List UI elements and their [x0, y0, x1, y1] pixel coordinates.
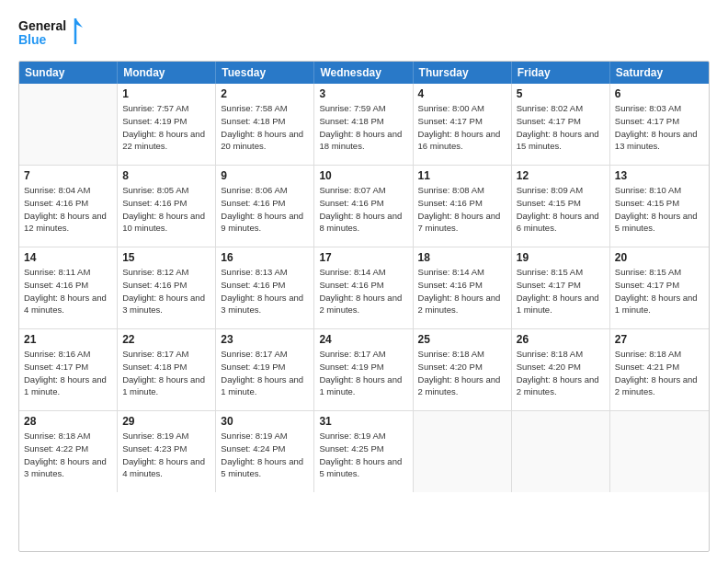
cell-info: Sunrise: 8:17 AMSunset: 4:18 PMDaylight:…	[122, 348, 210, 398]
calendar-cell: 11Sunrise: 8:08 AMSunset: 4:16 PMDayligh…	[414, 166, 512, 247]
cell-info: Sunrise: 7:58 AMSunset: 4:18 PMDaylight:…	[221, 102, 309, 153]
day-number: 10	[319, 169, 407, 182]
calendar-cell: 16Sunrise: 8:13 AMSunset: 4:16 PMDayligh…	[216, 247, 314, 328]
weekday-header: Wednesday	[314, 62, 413, 84]
calendar-cell: 20Sunrise: 8:15 AMSunset: 4:17 PMDayligh…	[610, 247, 709, 328]
day-number: 26	[517, 333, 605, 346]
day-number: 23	[221, 333, 309, 346]
svg-text:Blue: Blue	[18, 32, 47, 47]
cell-info: Sunrise: 8:13 AMSunset: 4:16 PMDaylight:…	[221, 266, 309, 316]
calendar-cell: 25Sunrise: 8:18 AMSunset: 4:20 PMDayligh…	[414, 329, 512, 410]
cell-info: Sunrise: 8:17 AMSunset: 4:19 PMDaylight:…	[319, 348, 407, 398]
cell-info: Sunrise: 8:14 AMSunset: 4:16 PMDaylight:…	[418, 266, 506, 316]
calendar-header: SundayMondayTuesdayWednesdayThursdayFrid…	[19, 62, 709, 84]
cell-info: Sunrise: 8:14 AMSunset: 4:16 PMDaylight:…	[319, 266, 407, 316]
logo-svg: General Blue	[18, 17, 83, 52]
cell-info: Sunrise: 8:03 AMSunset: 4:17 PMDaylight:…	[615, 102, 704, 153]
day-number: 21	[24, 333, 112, 346]
day-number: 19	[517, 251, 605, 264]
weekday-header: Tuesday	[216, 62, 314, 84]
day-number: 20	[615, 251, 704, 264]
day-number: 9	[221, 169, 309, 182]
calendar-row: 14Sunrise: 8:11 AMSunset: 4:16 PMDayligh…	[19, 247, 709, 329]
cell-info: Sunrise: 8:00 AMSunset: 4:17 PMDaylight:…	[418, 102, 506, 153]
calendar-cell: 1Sunrise: 7:57 AMSunset: 4:19 PMDaylight…	[118, 84, 216, 165]
calendar-cell: 29Sunrise: 8:19 AMSunset: 4:23 PMDayligh…	[118, 411, 216, 492]
calendar-cell: 28Sunrise: 8:18 AMSunset: 4:22 PMDayligh…	[19, 411, 118, 492]
day-number: 15	[122, 251, 210, 264]
calendar-cell: 13Sunrise: 8:10 AMSunset: 4:15 PMDayligh…	[610, 166, 709, 247]
svg-text:General: General	[18, 18, 66, 33]
cell-info: Sunrise: 8:09 AMSunset: 4:15 PMDaylight:…	[517, 184, 605, 235]
day-number: 4	[418, 87, 506, 100]
day-number: 11	[418, 169, 506, 182]
calendar-cell: 19Sunrise: 8:15 AMSunset: 4:17 PMDayligh…	[512, 247, 610, 328]
day-number: 6	[615, 87, 704, 100]
cell-info: Sunrise: 8:19 AMSunset: 4:24 PMDaylight:…	[221, 430, 309, 480]
calendar-cell: 17Sunrise: 8:14 AMSunset: 4:16 PMDayligh…	[314, 247, 413, 328]
calendar-cell: 22Sunrise: 8:17 AMSunset: 4:18 PMDayligh…	[118, 329, 216, 410]
cell-info: Sunrise: 8:16 AMSunset: 4:17 PMDaylight:…	[24, 348, 112, 398]
calendar-row: 1Sunrise: 7:57 AMSunset: 4:19 PMDaylight…	[19, 84, 709, 166]
cell-info: Sunrise: 8:10 AMSunset: 4:15 PMDaylight:…	[615, 184, 704, 235]
cell-info: Sunrise: 8:18 AMSunset: 4:22 PMDaylight:…	[24, 430, 112, 480]
calendar-cell	[512, 411, 610, 492]
calendar-row: 21Sunrise: 8:16 AMSunset: 4:17 PMDayligh…	[19, 329, 709, 411]
cell-info: Sunrise: 8:19 AMSunset: 4:25 PMDaylight:…	[319, 430, 407, 480]
calendar-cell: 24Sunrise: 8:17 AMSunset: 4:19 PMDayligh…	[314, 329, 413, 410]
cell-info: Sunrise: 8:19 AMSunset: 4:23 PMDaylight:…	[122, 430, 210, 480]
calendar-cell: 7Sunrise: 8:04 AMSunset: 4:16 PMDaylight…	[19, 166, 118, 247]
calendar-cell: 9Sunrise: 8:06 AMSunset: 4:16 PMDaylight…	[216, 166, 314, 247]
calendar-cell: 10Sunrise: 8:07 AMSunset: 4:16 PMDayligh…	[314, 166, 413, 247]
weekday-header: Sunday	[19, 62, 118, 84]
logo: General Blue	[18, 17, 83, 52]
day-number: 7	[24, 169, 112, 182]
cell-info: Sunrise: 8:18 AMSunset: 4:21 PMDaylight:…	[615, 348, 704, 398]
day-number: 22	[122, 333, 210, 346]
day-number: 16	[221, 251, 309, 264]
cell-info: Sunrise: 8:08 AMSunset: 4:16 PMDaylight:…	[418, 184, 506, 235]
cell-info: Sunrise: 8:02 AMSunset: 4:17 PMDaylight:…	[517, 102, 605, 153]
day-number: 27	[615, 333, 704, 346]
cell-info: Sunrise: 8:18 AMSunset: 4:20 PMDaylight:…	[418, 348, 506, 398]
day-number: 2	[221, 87, 309, 100]
calendar-cell	[414, 411, 512, 492]
day-number: 28	[24, 415, 112, 428]
calendar-cell: 12Sunrise: 8:09 AMSunset: 4:15 PMDayligh…	[512, 166, 610, 247]
calendar-cell	[610, 411, 709, 492]
calendar-cell: 5Sunrise: 8:02 AMSunset: 4:17 PMDaylight…	[512, 84, 610, 165]
day-number: 12	[517, 169, 605, 182]
calendar: SundayMondayTuesdayWednesdayThursdayFrid…	[18, 61, 710, 552]
calendar-cell: 21Sunrise: 8:16 AMSunset: 4:17 PMDayligh…	[19, 329, 118, 410]
header: General Blue	[18, 17, 710, 52]
day-number: 29	[122, 415, 210, 428]
calendar-cell: 18Sunrise: 8:14 AMSunset: 4:16 PMDayligh…	[414, 247, 512, 328]
calendar-cell: 30Sunrise: 8:19 AMSunset: 4:24 PMDayligh…	[216, 411, 314, 492]
weekday-header: Friday	[512, 62, 610, 84]
cell-info: Sunrise: 8:17 AMSunset: 4:19 PMDaylight:…	[221, 348, 309, 398]
cell-info: Sunrise: 8:11 AMSunset: 4:16 PMDaylight:…	[24, 266, 112, 316]
day-number: 24	[319, 333, 407, 346]
cell-info: Sunrise: 8:07 AMSunset: 4:16 PMDaylight:…	[319, 184, 407, 235]
calendar-cell: 23Sunrise: 8:17 AMSunset: 4:19 PMDayligh…	[216, 329, 314, 410]
calendar-body: 1Sunrise: 7:57 AMSunset: 4:19 PMDaylight…	[19, 84, 709, 492]
day-number: 3	[319, 87, 407, 100]
calendar-cell: 3Sunrise: 7:59 AMSunset: 4:18 PMDaylight…	[314, 84, 413, 165]
day-number: 17	[319, 251, 407, 264]
calendar-cell: 14Sunrise: 8:11 AMSunset: 4:16 PMDayligh…	[19, 247, 118, 328]
calendar-cell: 27Sunrise: 8:18 AMSunset: 4:21 PMDayligh…	[610, 329, 709, 410]
calendar-cell: 26Sunrise: 8:18 AMSunset: 4:20 PMDayligh…	[512, 329, 610, 410]
cell-info: Sunrise: 7:57 AMSunset: 4:19 PMDaylight:…	[122, 102, 210, 153]
calendar-cell: 8Sunrise: 8:05 AMSunset: 4:16 PMDaylight…	[118, 166, 216, 247]
day-number: 1	[122, 87, 210, 100]
cell-info: Sunrise: 8:05 AMSunset: 4:16 PMDaylight:…	[122, 184, 210, 235]
day-number: 25	[418, 333, 506, 346]
cell-info: Sunrise: 8:18 AMSunset: 4:20 PMDaylight:…	[517, 348, 605, 398]
day-number: 8	[122, 169, 210, 182]
day-number: 30	[221, 415, 309, 428]
weekday-header: Monday	[118, 62, 216, 84]
calendar-row: 7Sunrise: 8:04 AMSunset: 4:16 PMDaylight…	[19, 166, 709, 247]
weekday-header: Thursday	[414, 62, 512, 84]
day-number: 13	[615, 169, 704, 182]
day-number: 18	[418, 251, 506, 264]
